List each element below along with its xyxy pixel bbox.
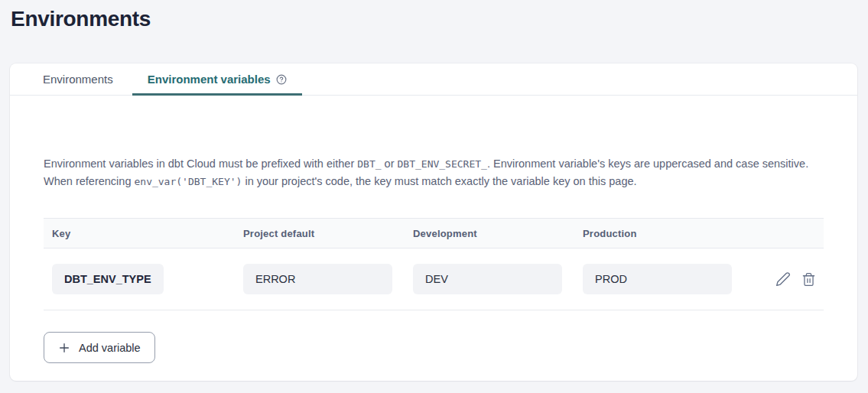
code-prefix-dbt: DBT_ (357, 158, 381, 170)
production-value: PROD (583, 264, 732, 294)
environments-card: Environments Environment variables Envir… (10, 63, 857, 381)
pencil-icon (775, 271, 791, 287)
tab-environments-label: Environments (43, 73, 113, 86)
column-header-project-default: Project default (243, 228, 413, 239)
code-prefix-dbt-env-secret: DBT_ENV_SECRET_ (398, 158, 487, 170)
page-title: Environments (0, 0, 868, 32)
description-part: Environment variables in dbt Cloud must … (44, 158, 357, 170)
help-circle-icon[interactable] (276, 74, 287, 85)
code-env-var-example: env_var('DBT_KEY') (134, 176, 242, 187)
tab-environment-variables-label: Environment variables (148, 73, 271, 86)
variable-key-cell: DBT_ENV_TYPE (52, 264, 243, 294)
description-part: in your project's code, the key must mat… (242, 175, 636, 187)
description-part: or (382, 158, 398, 170)
development-value: DEV (413, 264, 562, 294)
delete-variable-button[interactable] (801, 272, 816, 287)
add-variable-label: Add variable (79, 342, 141, 354)
production-cell: PROD (583, 264, 771, 294)
plus-icon (58, 342, 70, 354)
column-header-development: Development (413, 228, 583, 239)
project-default-cell: ERROR (243, 264, 413, 294)
edit-variable-button[interactable] (775, 271, 791, 287)
column-header-key: Key (52, 228, 243, 239)
add-variable-button[interactable]: Add variable (44, 332, 155, 363)
tab-environment-variables[interactable]: Environment variables (132, 63, 302, 95)
tab-bar: Environments Environment variables (10, 63, 857, 96)
table-header-row: Key Project default Development Producti… (44, 218, 824, 248)
variables-table: Key Project default Development Producti… (44, 218, 824, 310)
table-row: DBT_ENV_TYPE ERROR DEV PROD (44, 248, 824, 310)
variable-key-chip: DBT_ENV_TYPE (52, 264, 164, 294)
development-cell: DEV (413, 264, 583, 294)
tab-environments[interactable]: Environments (32, 63, 124, 95)
row-actions (771, 271, 824, 287)
column-header-production: Production (583, 228, 771, 239)
tab-panel-environment-variables: Environment variables in dbt Cloud must … (10, 155, 857, 381)
description-text: Environment variables in dbt Cloud must … (44, 155, 824, 190)
trash-icon (801, 272, 816, 287)
project-default-value: ERROR (243, 264, 392, 294)
